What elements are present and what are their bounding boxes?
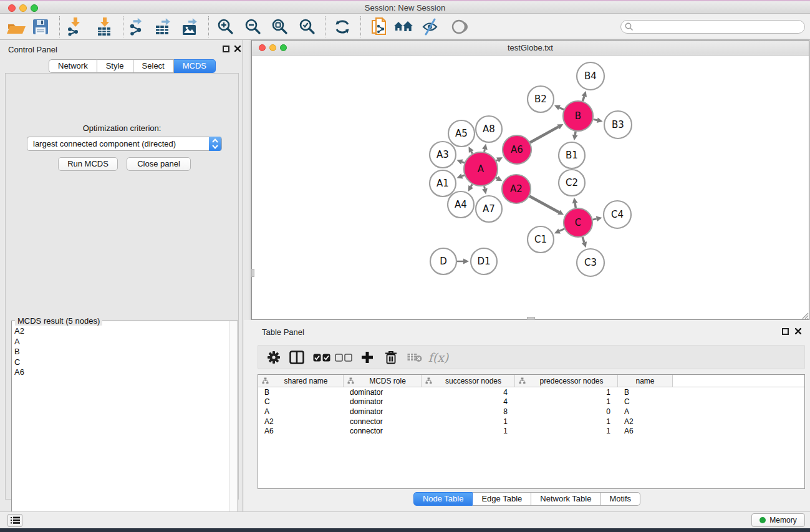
node-C[interactable]: C xyxy=(564,208,592,237)
mcds-result-item[interactable]: A6 xyxy=(14,367,226,378)
network-window-title-bar[interactable]: testGlobe.txt xyxy=(252,41,809,56)
open-session-icon[interactable] xyxy=(5,16,27,37)
edge-A-A2[interactable] xyxy=(496,176,502,181)
node-C3[interactable]: C3 xyxy=(577,249,604,276)
edge-A6-B[interactable] xyxy=(530,124,563,142)
node-B2[interactable]: B2 xyxy=(528,86,554,112)
mcds-result-list[interactable]: A2ABCA6 xyxy=(14,326,226,531)
node-A3[interactable]: A3 xyxy=(430,142,456,168)
float-panel-icon[interactable] xyxy=(223,46,229,52)
table-row[interactable]: Cdominator41C xyxy=(258,397,804,407)
add-icon[interactable] xyxy=(357,347,378,367)
cell-name[interactable]: A2 xyxy=(618,417,673,426)
hide-graphics-details-icon[interactable] xyxy=(419,16,441,37)
table-tab-motifs[interactable]: Motifs xyxy=(600,492,640,506)
node-C2[interactable]: C2 xyxy=(559,170,585,196)
edge-C-C4[interactable] xyxy=(593,216,602,222)
column-header-name[interactable]: name xyxy=(618,375,673,387)
tab-mcds[interactable]: MCDS xyxy=(174,59,216,73)
edge-A-A6[interactable] xyxy=(496,157,503,162)
run-mcds-button[interactable]: Run MCDS xyxy=(58,157,118,171)
zoom-out-icon[interactable] xyxy=(242,16,264,37)
mcds-result-item[interactable]: B xyxy=(14,347,226,357)
delete-table-icon[interactable] xyxy=(404,347,425,367)
mcds-result-item[interactable]: A2 xyxy=(14,326,226,337)
cell-shared-name[interactable]: A xyxy=(258,407,344,416)
save-session-icon[interactable] xyxy=(29,16,52,37)
node-A6[interactable]: A6 xyxy=(503,135,531,164)
node-A4[interactable]: A4 xyxy=(448,191,474,218)
close-panel-button[interactable]: Close panel xyxy=(127,157,191,171)
column-header-shared-name[interactable]: shared name xyxy=(258,375,344,387)
table-float-panel-icon[interactable] xyxy=(782,328,789,335)
dropdown-spinner-icon[interactable] xyxy=(209,137,221,151)
cell-MCDS-role[interactable]: connector xyxy=(344,427,422,435)
cell-predecessor-nodes[interactable]: 1 xyxy=(515,388,618,397)
cell-shared-name[interactable]: A6 xyxy=(258,427,344,435)
table-tab-node-table[interactable]: Node Table xyxy=(413,492,473,506)
cell-successor-nodes[interactable]: 4 xyxy=(422,388,515,397)
cell-name[interactable]: B xyxy=(618,388,673,397)
node-D[interactable]: D xyxy=(430,248,456,274)
node-A5[interactable]: A5 xyxy=(448,120,475,147)
columns-icon[interactable] xyxy=(286,347,307,367)
table-row[interactable]: Adominator80A xyxy=(258,407,804,417)
node-C1[interactable]: C1 xyxy=(528,226,554,253)
node-A1[interactable]: A1 xyxy=(430,170,456,196)
cell-shared-name[interactable]: B xyxy=(258,388,344,397)
column-header-MCDS-role[interactable]: MCDS role xyxy=(344,375,422,387)
column-header-predecessor-nodes[interactable]: predecessor nodes xyxy=(515,375,618,387)
table-tab-network-table[interactable]: Network Table xyxy=(531,492,600,506)
table-row[interactable]: A6connector11A6 xyxy=(258,426,804,436)
export-network-icon[interactable] xyxy=(126,16,148,37)
edge-C-C2[interactable] xyxy=(572,198,578,208)
tab-select[interactable]: Select xyxy=(133,59,174,73)
column-header-successor-nodes[interactable]: successor nodes xyxy=(422,375,515,387)
table-close-panel-icon[interactable] xyxy=(794,327,802,335)
show-graphics-details-icon[interactable] xyxy=(448,16,470,37)
network-graph[interactable]: AA6A2BCA5A8A3A1A4A7B2B4B3B1C2C4C1C3DD1 xyxy=(252,56,809,320)
node-C4[interactable]: C4 xyxy=(604,201,631,228)
cell-successor-nodes[interactable]: 1 xyxy=(422,417,515,426)
mcds-result-scrollbar[interactable] xyxy=(229,321,238,532)
cell-shared-name[interactable]: C xyxy=(258,397,344,406)
edge-B-B4[interactable] xyxy=(582,91,587,101)
table-row[interactable]: A2connector11A2 xyxy=(258,417,804,427)
deselect-all-icon[interactable] xyxy=(333,347,354,367)
edge-C-C1[interactable] xyxy=(554,228,564,233)
edge-B-B1[interactable] xyxy=(572,132,578,141)
node-A8[interactable]: A8 xyxy=(476,116,502,142)
node-A2[interactable]: A2 xyxy=(502,175,531,203)
clone-network-icon[interactable] xyxy=(368,16,390,37)
node-B[interactable]: B xyxy=(563,101,593,131)
cell-predecessor-nodes[interactable]: 1 xyxy=(515,397,618,406)
tab-style[interactable]: Style xyxy=(97,59,133,73)
edge-A-A7[interactable] xyxy=(482,186,488,194)
delete-icon[interactable] xyxy=(380,347,402,367)
edge-A-A8[interactable] xyxy=(482,144,488,152)
cell-MCDS-role[interactable]: dominator xyxy=(344,388,422,397)
node-A7[interactable]: A7 xyxy=(476,196,502,222)
node-B3[interactable]: B3 xyxy=(604,111,632,138)
function-builder-icon[interactable]: f(x) xyxy=(428,347,449,367)
import-network-icon[interactable] xyxy=(64,16,86,37)
cell-name[interactable]: A xyxy=(618,407,673,416)
mcds-result-item[interactable]: A xyxy=(14,337,226,347)
table-tab-edge-table[interactable]: Edge Table xyxy=(473,492,531,506)
zoom-in-icon[interactable] xyxy=(215,16,237,37)
edge-A-A4[interactable] xyxy=(468,184,473,191)
cell-predecessor-nodes[interactable]: 1 xyxy=(515,427,618,435)
cell-name[interactable]: A6 xyxy=(618,427,673,435)
cell-successor-nodes[interactable]: 1 xyxy=(422,427,515,435)
cell-name[interactable]: C xyxy=(618,397,673,406)
export-image-icon[interactable] xyxy=(180,16,202,37)
window-resize-grip[interactable] xyxy=(800,311,809,319)
select-all-icon[interactable] xyxy=(311,347,332,367)
edge-D-D1[interactable] xyxy=(457,259,469,264)
cell-MCDS-role[interactable]: connector xyxy=(344,417,422,426)
gear-icon[interactable] xyxy=(263,347,284,367)
home-icon[interactable] xyxy=(392,16,415,37)
close-panel-icon[interactable] xyxy=(234,45,241,52)
search-input[interactable] xyxy=(620,20,805,34)
cell-MCDS-role[interactable]: dominator xyxy=(344,407,422,416)
